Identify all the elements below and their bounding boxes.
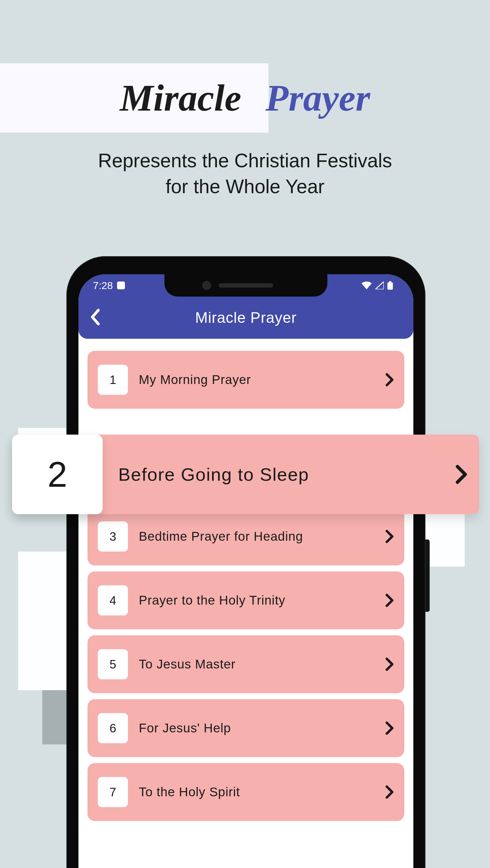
signal-icon — [375, 281, 384, 289]
item-label: Bedtime Prayer for Heading — [139, 529, 394, 544]
list-item[interactable]: 7 To the Holy Spirit — [87, 763, 404, 821]
item-label: To the Holy Spirit — [139, 785, 394, 799]
app-header-title: Miracle Prayer — [195, 309, 296, 327]
item-label: My Morning Prayer — [139, 373, 394, 387]
battery-icon — [387, 281, 393, 290]
speaker-icon — [219, 283, 273, 287]
hero-title: Miracle Prayer — [0, 63, 490, 133]
list-item[interactable]: 3 Bedtime Prayer for Heading — [87, 507, 404, 565]
svg-rect-1 — [389, 281, 391, 283]
svg-rect-0 — [387, 282, 393, 290]
chevron-right-icon — [385, 593, 395, 608]
chevron-right-icon — [385, 657, 395, 672]
list-item[interactable]: 4 Prayer to the Holy Trinity — [87, 571, 404, 629]
phone-notch — [165, 274, 327, 297]
hero-subtitle: Represents the Christian Festivals for t… — [0, 148, 490, 200]
phone-side-button — [426, 539, 430, 612]
item-label: To Jesus Master — [139, 657, 394, 672]
phone-frame: 7:28 Miracle — [66, 256, 426, 868]
camera-icon — [202, 281, 211, 290]
chevron-right-icon — [385, 721, 395, 735]
item-number: 6 — [98, 713, 128, 743]
item-number: 4 — [98, 585, 128, 615]
item-label: Before Going to Sleep — [118, 464, 454, 485]
hero-subtitle-line: Represents the Christian Festivals — [0, 148, 490, 174]
item-number: 1 — [98, 365, 128, 395]
prayer-list: 1 My Morning Prayer 3 Bedtime Prayer for… — [79, 345, 413, 827]
item-number: 3 — [98, 521, 128, 552]
back-icon[interactable] — [89, 308, 102, 327]
wifi-icon — [362, 281, 372, 289]
item-number: 7 — [98, 777, 128, 807]
item-label: Prayer to the Holy Trinity — [139, 593, 394, 608]
status-indicator-icon — [117, 281, 125, 289]
list-item[interactable]: 1 My Morning Prayer — [87, 351, 404, 409]
chevron-right-icon — [385, 785, 395, 799]
list-item[interactable]: 5 To Jesus Master — [87, 635, 404, 693]
list-item[interactable]: 6 For Jesus' Help — [87, 699, 404, 757]
hero-title-word1: Miracle — [120, 76, 241, 120]
list-item-highlighted[interactable]: 2 Before Going to Sleep — [12, 435, 479, 514]
phone-screen: 7:28 Miracle — [79, 274, 413, 868]
hero-subtitle-line: for the Whole Year — [0, 174, 490, 199]
hero-title-word2: Prayer — [265, 76, 370, 120]
item-number: 5 — [98, 649, 128, 679]
chevron-right-icon — [454, 464, 468, 485]
app-header: Miracle Prayer — [79, 297, 413, 339]
chevron-right-icon — [385, 529, 395, 544]
item-label: For Jesus' Help — [139, 721, 394, 735]
item-number: 2 — [12, 435, 103, 514]
status-time: 7:28 — [93, 280, 113, 291]
chevron-right-icon — [385, 373, 395, 387]
